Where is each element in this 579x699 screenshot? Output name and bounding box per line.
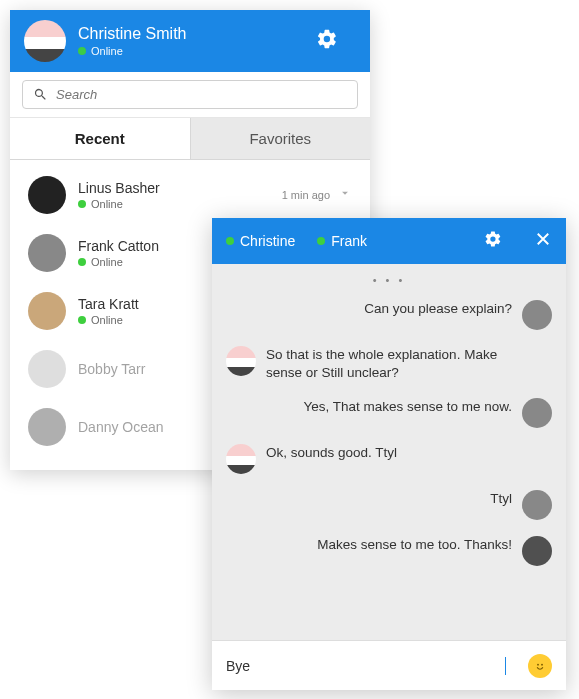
contact-row[interactable]: Linus Basher Online 1 min ago	[10, 166, 370, 224]
message-avatar[interactable]	[522, 490, 552, 520]
chat-participant[interactable]: Christine	[226, 233, 295, 249]
contact-avatar	[28, 292, 66, 330]
message-row: Ok, sounds good. Ttyl	[226, 444, 552, 474]
gear-icon	[484, 230, 502, 248]
message-avatar[interactable]	[226, 346, 256, 376]
chat-close-button[interactable]	[534, 230, 552, 252]
tab-favorites[interactable]: Favorites	[191, 118, 371, 159]
message-row: Can you please explain?	[226, 300, 552, 330]
search-icon	[33, 87, 48, 102]
contact-avatar	[28, 176, 66, 214]
contact-timestamp: 1 min ago	[282, 189, 330, 201]
smiley-icon	[532, 658, 548, 674]
search-input[interactable]	[56, 87, 347, 102]
contact-avatar	[28, 408, 66, 446]
chat-body: • • • Can you please explain? So that is…	[212, 264, 566, 640]
emoji-button[interactable]	[528, 654, 552, 678]
search-bar	[10, 72, 370, 118]
svg-point-1	[541, 663, 543, 665]
tab-recent[interactable]: Recent	[10, 118, 191, 159]
online-dot-icon	[226, 237, 234, 245]
message-avatar[interactable]	[522, 300, 552, 330]
chat-settings-button[interactable]	[484, 230, 502, 252]
contact-name: Linus Basher	[78, 180, 282, 196]
message-text: Can you please explain?	[364, 300, 512, 318]
message-text: Ttyl	[490, 490, 512, 508]
chat-participant[interactable]: Frank	[317, 233, 367, 249]
contact-avatar	[28, 234, 66, 272]
contacts-tabs: Recent Favorites	[10, 118, 370, 160]
online-dot-icon	[317, 237, 325, 245]
contact-status: Online	[78, 198, 282, 210]
message-avatar[interactable]	[522, 536, 552, 566]
expand-button[interactable]	[338, 186, 352, 204]
message-row: Yes, That makes sense to me now.	[226, 398, 552, 428]
current-user-block: Christine Smith Online	[78, 25, 316, 57]
current-user-status-text: Online	[91, 45, 123, 57]
current-user-name: Christine Smith	[78, 25, 316, 43]
message-text: Ok, sounds good. Ttyl	[266, 444, 397, 462]
contacts-header: Christine Smith Online	[10, 10, 370, 72]
online-dot-icon	[78, 316, 86, 324]
message-input[interactable]: Bye	[226, 658, 506, 674]
participant-name: Frank	[331, 233, 367, 249]
message-avatar[interactable]	[226, 444, 256, 474]
message-avatar[interactable]	[522, 398, 552, 428]
message-row: Makes sense to me too. Thanks!	[226, 536, 552, 566]
message-text: Makes sense to me too. Thanks!	[317, 536, 512, 554]
current-user-status: Online	[78, 45, 316, 57]
online-dot-icon	[78, 200, 86, 208]
online-dot-icon	[78, 258, 86, 266]
chat-window: Christine Frank • • • Can you please exp…	[212, 218, 566, 690]
text-cursor-icon	[505, 657, 506, 675]
svg-point-0	[537, 663, 539, 665]
chat-header: Christine Frank	[212, 218, 566, 264]
chat-input-bar: Bye	[212, 640, 566, 690]
settings-button[interactable]	[316, 28, 338, 54]
online-dot-icon	[78, 47, 86, 55]
message-row: Ttyl	[226, 490, 552, 520]
more-messages-button[interactable]: • • •	[226, 274, 552, 286]
current-user-avatar[interactable]	[24, 20, 66, 62]
gear-icon	[316, 28, 338, 50]
contact-avatar	[28, 350, 66, 388]
message-text: So that is the whole explanation. Make s…	[266, 346, 526, 382]
message-row: So that is the whole explanation. Make s…	[226, 346, 552, 382]
participant-name: Christine	[240, 233, 295, 249]
message-text: Yes, That makes sense to me now.	[303, 398, 512, 416]
chevron-down-icon	[338, 186, 352, 200]
search-field-wrapper[interactable]	[22, 80, 358, 109]
close-icon	[534, 230, 552, 248]
